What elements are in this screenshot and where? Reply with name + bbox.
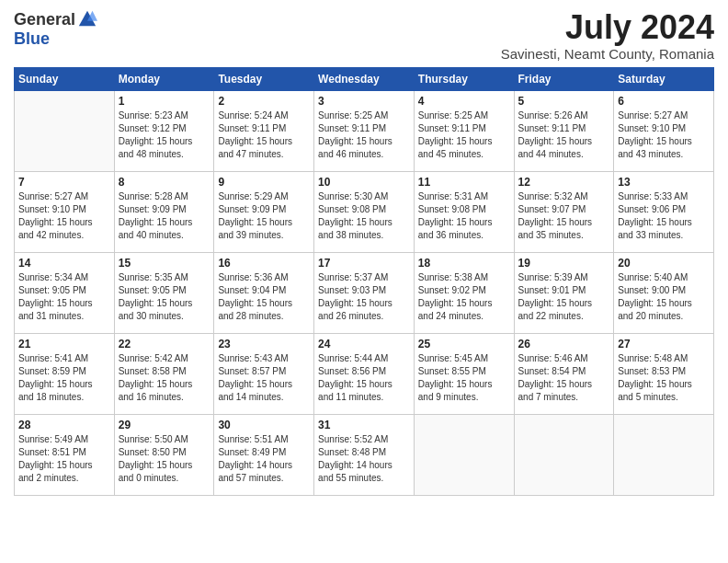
day-number: 31 [318, 419, 410, 431]
calendar-cell: 8Sunrise: 5:28 AM Sunset: 9:09 PM Daylig… [114, 171, 214, 252]
main-container: General Blue July 2024 Savinesti, Neamt … [0, 0, 728, 505]
day-header-tuesday: Tuesday [214, 67, 314, 90]
day-number: 28 [18, 419, 110, 431]
calendar-cell: 14Sunrise: 5:34 AM Sunset: 9:05 PM Dayli… [15, 252, 115, 333]
calendar-cell: 16Sunrise: 5:36 AM Sunset: 9:04 PM Dayli… [214, 252, 314, 333]
day-number: 9 [218, 176, 310, 189]
calendar-cell: 18Sunrise: 5:38 AM Sunset: 9:02 PM Dayli… [414, 252, 514, 333]
calendar-cell: 3Sunrise: 5:25 AM Sunset: 9:11 PM Daylig… [314, 90, 415, 171]
location: Savinesti, Neamt County, Romania [501, 46, 714, 62]
calendar-cell [614, 414, 714, 495]
week-row-1: 1Sunrise: 5:23 AM Sunset: 9:12 PM Daylig… [15, 90, 714, 171]
cell-content: Sunrise: 5:50 AM Sunset: 8:50 PM Dayligh… [119, 433, 210, 485]
cell-content: Sunrise: 5:37 AM Sunset: 9:03 PM Dayligh… [318, 271, 410, 323]
day-number: 11 [418, 176, 510, 189]
cell-content: Sunrise: 5:52 AM Sunset: 8:48 PM Dayligh… [318, 433, 410, 485]
calendar-cell: 1Sunrise: 5:23 AM Sunset: 9:12 PM Daylig… [114, 90, 214, 171]
cell-content: Sunrise: 5:42 AM Sunset: 8:58 PM Dayligh… [119, 352, 210, 404]
calendar-cell [514, 414, 614, 495]
calendar-cell: 4Sunrise: 5:25 AM Sunset: 9:11 PM Daylig… [414, 90, 514, 171]
calendar-body: 1Sunrise: 5:23 AM Sunset: 9:12 PM Daylig… [15, 90, 714, 495]
cell-content: Sunrise: 5:39 AM Sunset: 9:01 PM Dayligh… [518, 271, 610, 323]
header: General Blue July 2024 Savinesti, Neamt … [14, 9, 714, 62]
day-header-friday: Friday [514, 67, 614, 90]
calendar-cell: 2Sunrise: 5:24 AM Sunset: 9:11 PM Daylig… [214, 90, 314, 171]
week-row-4: 21Sunrise: 5:41 AM Sunset: 8:59 PM Dayli… [15, 333, 714, 414]
calendar-cell: 10Sunrise: 5:30 AM Sunset: 9:08 PM Dayli… [314, 171, 415, 252]
day-number: 1 [119, 95, 210, 108]
day-number: 14 [18, 257, 110, 270]
day-number: 25 [418, 338, 510, 350]
logo-general-text: General [14, 10, 75, 29]
day-number: 5 [518, 95, 610, 108]
week-row-5: 28Sunrise: 5:49 AM Sunset: 8:51 PM Dayli… [15, 414, 714, 495]
cell-content: Sunrise: 5:32 AM Sunset: 9:07 PM Dayligh… [518, 190, 610, 242]
day-number: 16 [218, 257, 310, 270]
day-number: 15 [119, 257, 210, 270]
cell-content: Sunrise: 5:26 AM Sunset: 9:11 PM Dayligh… [518, 109, 610, 161]
cell-content: Sunrise: 5:27 AM Sunset: 9:10 PM Dayligh… [618, 109, 710, 161]
calendar-cell: 27Sunrise: 5:48 AM Sunset: 8:53 PM Dayli… [614, 333, 714, 414]
day-number: 27 [618, 338, 710, 350]
day-number: 12 [518, 176, 610, 189]
cell-content: Sunrise: 5:23 AM Sunset: 9:12 PM Dayligh… [119, 109, 210, 161]
day-number: 17 [318, 257, 410, 270]
calendar-cell: 21Sunrise: 5:41 AM Sunset: 8:59 PM Dayli… [15, 333, 115, 414]
calendar-cell: 13Sunrise: 5:33 AM Sunset: 9:06 PM Dayli… [614, 171, 714, 252]
calendar-cell: 26Sunrise: 5:46 AM Sunset: 8:54 PM Dayli… [514, 333, 614, 414]
day-number: 6 [618, 95, 710, 108]
calendar-cell: 31Sunrise: 5:52 AM Sunset: 8:48 PM Dayli… [314, 414, 415, 495]
cell-content: Sunrise: 5:25 AM Sunset: 9:11 PM Dayligh… [418, 109, 510, 161]
cell-content: Sunrise: 5:38 AM Sunset: 9:02 PM Dayligh… [418, 271, 510, 323]
logo: General Blue [14, 9, 97, 49]
calendar-cell: 19Sunrise: 5:39 AM Sunset: 9:01 PM Dayli… [514, 252, 614, 333]
cell-content: Sunrise: 5:46 AM Sunset: 8:54 PM Dayligh… [518, 352, 610, 404]
calendar-cell: 11Sunrise: 5:31 AM Sunset: 9:08 PM Dayli… [414, 171, 514, 252]
calendar-table: SundayMondayTuesdayWednesdayThursdayFrid… [14, 67, 714, 496]
cell-content: Sunrise: 5:45 AM Sunset: 8:55 PM Dayligh… [418, 352, 510, 404]
week-row-3: 14Sunrise: 5:34 AM Sunset: 9:05 PM Dayli… [15, 252, 714, 333]
calendar-cell: 9Sunrise: 5:29 AM Sunset: 9:09 PM Daylig… [214, 171, 314, 252]
cell-content: Sunrise: 5:27 AM Sunset: 9:10 PM Dayligh… [18, 190, 110, 242]
calendar-header: SundayMondayTuesdayWednesdayThursdayFrid… [15, 67, 714, 90]
day-number: 18 [418, 257, 510, 270]
calendar-cell [15, 90, 115, 171]
calendar-cell: 12Sunrise: 5:32 AM Sunset: 9:07 PM Dayli… [514, 171, 614, 252]
cell-content: Sunrise: 5:36 AM Sunset: 9:04 PM Dayligh… [218, 271, 310, 323]
day-number: 22 [119, 338, 210, 350]
calendar-cell: 22Sunrise: 5:42 AM Sunset: 8:58 PM Dayli… [114, 333, 214, 414]
day-header-monday: Monday [114, 67, 214, 90]
cell-content: Sunrise: 5:40 AM Sunset: 9:00 PM Dayligh… [618, 271, 710, 323]
day-number: 7 [18, 176, 110, 189]
cell-content: Sunrise: 5:43 AM Sunset: 8:57 PM Dayligh… [218, 352, 310, 404]
cell-content: Sunrise: 5:41 AM Sunset: 8:59 PM Dayligh… [18, 352, 110, 404]
days-of-week-row: SundayMondayTuesdayWednesdayThursdayFrid… [15, 67, 714, 90]
cell-content: Sunrise: 5:24 AM Sunset: 9:11 PM Dayligh… [218, 109, 310, 161]
title-area: July 2024 Savinesti, Neamt County, Roman… [501, 9, 714, 62]
day-number: 21 [18, 338, 110, 350]
calendar-cell [414, 414, 514, 495]
day-number: 8 [119, 176, 210, 189]
day-header-thursday: Thursday [414, 67, 514, 90]
day-number: 30 [218, 419, 310, 431]
cell-content: Sunrise: 5:51 AM Sunset: 8:49 PM Dayligh… [218, 433, 310, 485]
calendar-cell: 20Sunrise: 5:40 AM Sunset: 9:00 PM Dayli… [614, 252, 714, 333]
day-header-saturday: Saturday [614, 67, 714, 90]
calendar-cell: 24Sunrise: 5:44 AM Sunset: 8:56 PM Dayli… [314, 333, 415, 414]
logo-icon [77, 9, 97, 29]
day-number: 3 [318, 95, 410, 108]
day-number: 26 [518, 338, 610, 350]
cell-content: Sunrise: 5:35 AM Sunset: 9:05 PM Dayligh… [119, 271, 210, 323]
calendar-cell: 17Sunrise: 5:37 AM Sunset: 9:03 PM Dayli… [314, 252, 415, 333]
day-header-sunday: Sunday [15, 67, 115, 90]
day-number: 20 [618, 257, 710, 270]
cell-content: Sunrise: 5:44 AM Sunset: 8:56 PM Dayligh… [318, 352, 410, 404]
calendar-cell: 15Sunrise: 5:35 AM Sunset: 9:05 PM Dayli… [114, 252, 214, 333]
day-number: 2 [218, 95, 310, 108]
cell-content: Sunrise: 5:33 AM Sunset: 9:06 PM Dayligh… [618, 190, 710, 242]
cell-content: Sunrise: 5:31 AM Sunset: 9:08 PM Dayligh… [418, 190, 510, 242]
cell-content: Sunrise: 5:34 AM Sunset: 9:05 PM Dayligh… [18, 271, 110, 323]
cell-content: Sunrise: 5:29 AM Sunset: 9:09 PM Dayligh… [218, 190, 310, 242]
week-row-2: 7Sunrise: 5:27 AM Sunset: 9:10 PM Daylig… [15, 171, 714, 252]
calendar-cell: 23Sunrise: 5:43 AM Sunset: 8:57 PM Dayli… [214, 333, 314, 414]
